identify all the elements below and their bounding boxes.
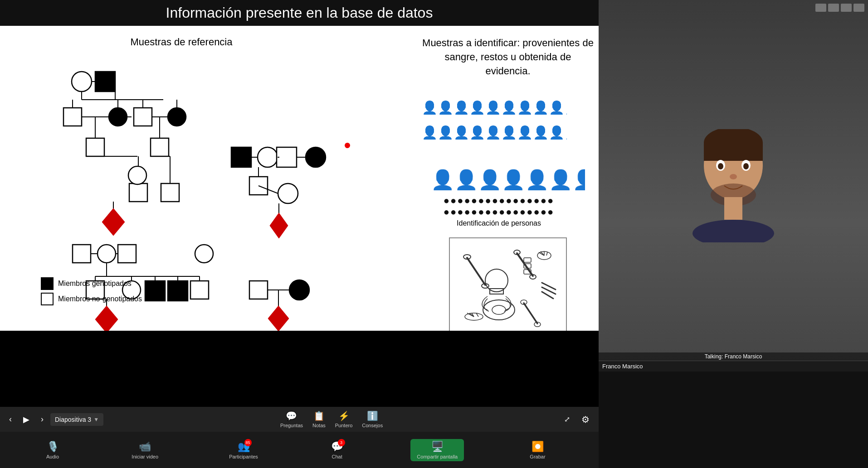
svg-rect-6: [63, 108, 82, 126]
zoom-button[interactable]: ⤢: [560, 412, 575, 426]
people-row-1: ●●●●●●●●●●●●●●●●: [424, 195, 574, 206]
toolbar-puntero[interactable]: ⚡ Puntero: [332, 409, 356, 430]
right-section-title: Muestras a identificar: provenientes de …: [422, 36, 594, 78]
legend-box-filled: [41, 277, 54, 290]
svg-point-108: [730, 174, 737, 179]
svg-line-77: [517, 253, 533, 276]
participants-badge: 85: [244, 439, 252, 446]
chat-badge: 3: [338, 439, 345, 446]
svg-point-40: [278, 183, 298, 203]
legend-label-no-genotipados: Miembros no-genotipados: [58, 295, 142, 303]
audio-control[interactable]: 🎙️ Audio: [39, 439, 66, 461]
share-icon: 🖥️: [431, 441, 444, 453]
svg-line-98: [524, 303, 537, 323]
legend-box-empty: [41, 293, 54, 305]
svg-point-65: [289, 280, 309, 300]
svg-rect-103: [704, 143, 763, 161]
prev-slide-button[interactable]: ‹: [5, 412, 16, 427]
right-section: Muestras a identificar: provenientes de …: [422, 36, 594, 331]
svg-rect-33: [277, 147, 297, 167]
svg-line-74: [467, 258, 485, 285]
svg-point-83: [483, 300, 515, 320]
record-icon: ⏺️: [532, 441, 544, 453]
legend-item-genotipados: Miembros genotipados: [41, 277, 222, 290]
video-controls: [815, 4, 864, 12]
svg-rect-110: [724, 197, 742, 220]
video-name-bar: Franco Marsico: [599, 361, 868, 372]
legend-area: Miembros genotipados Miembros no-genotip…: [41, 277, 222, 308]
svg-rect-1: [95, 72, 115, 92]
svg-marker-42: [270, 213, 288, 238]
record-control[interactable]: ⏺️ Grabar: [524, 439, 551, 461]
toolbar-preguntas[interactable]: 💬 Preguntas: [277, 409, 307, 430]
svg-marker-68: [268, 306, 289, 331]
left-section-title: Muestras de referencia: [27, 36, 336, 48]
puntero-icon: ⚡: [338, 410, 350, 421]
svg-text:👤👤👤👤👤👤👤👤👤👤👤👤👤👤: 👤👤👤👤👤👤👤👤👤👤👤👤👤👤: [422, 125, 567, 140]
next-slide-button[interactable]: ›: [36, 412, 48, 427]
svg-text:👤👤👤👤👤👤👤👤👤👤👤👤👤👤: 👤👤👤👤👤👤👤👤👤👤👤👤👤👤: [422, 100, 567, 115]
svg-point-7: [109, 108, 127, 126]
talking-label: Talking: Franco Marsico: [599, 352, 868, 361]
svg-rect-26: [161, 183, 179, 202]
slide-dropdown-arrow: ▼: [93, 416, 99, 423]
svg-point-47: [195, 245, 213, 263]
slide-indicator[interactable]: Diapositiva 3 ▼: [50, 413, 103, 426]
video-control[interactable]: 📹 Iniciar video: [126, 439, 164, 461]
people-icons-svg: 👤👤👤👤👤👤👤👤👤👤👤👤👤👤 👤👤👤👤👤👤👤👤👤👤👤👤👤👤: [422, 87, 567, 159]
people-grid: 👤👤👤👤👤👤👤: [431, 161, 585, 191]
gear-button[interactable]: ⚙: [577, 411, 594, 428]
svg-rect-46: [118, 245, 136, 263]
svg-rect-44: [73, 245, 91, 263]
share-control[interactable]: 🖥️ Compartir pantalla: [410, 439, 464, 461]
preguntas-label: Preguntas: [280, 423, 303, 428]
svg-point-34: [306, 147, 326, 167]
consejos-icon: ℹ️: [367, 410, 378, 421]
slide-container: Información presente en la base de datos…: [0, 0, 599, 331]
id-personas-label: Identificación de personas: [424, 219, 574, 227]
red-dot-pointer: [345, 143, 350, 148]
svg-rect-17: [86, 138, 104, 156]
slide-toolbar: ‹ ▶ › Diapositiva 3 ▼ 💬 Preguntas 📋 Nota…: [0, 407, 599, 432]
svg-text:👤👤👤👤👤👤👤: 👤👤👤👤👤👤👤: [431, 169, 585, 191]
svg-line-97: [546, 252, 547, 256]
chat-control[interactable]: 💬 3 Chat: [323, 439, 351, 461]
video-icon: 📹: [139, 441, 151, 453]
svg-point-23: [128, 166, 146, 184]
video-expand-btn[interactable]: [853, 4, 864, 12]
svg-point-106: [718, 163, 723, 169]
svg-point-107: [743, 163, 749, 169]
left-section: Muestras de referencia: [27, 36, 336, 53]
svg-rect-8: [134, 108, 152, 126]
share-label: Compartir pantalla: [417, 454, 458, 459]
slide-number-text: Diapositiva 3: [55, 416, 91, 423]
participants-control[interactable]: 👥 85 Participantes: [224, 439, 263, 461]
svg-point-9: [168, 108, 186, 126]
video-label: Iniciar video: [132, 454, 158, 459]
svg-point-45: [98, 245, 116, 263]
chat-label: Chat: [332, 454, 342, 459]
people-row-2: ●●●●●●●●●●●●●●●●: [424, 207, 574, 217]
preguntas-icon: 💬: [286, 410, 297, 421]
speaker-name: Franco Marsico: [602, 363, 643, 370]
toolbar-consejos[interactable]: ℹ️ Consejos: [358, 409, 386, 430]
notas-label: Notas: [312, 423, 326, 428]
video-grid-btn[interactable]: [841, 4, 852, 12]
right-panel: Franco Marsico Talking: Franco Marsico: [599, 0, 868, 468]
consejos-label: Consejos: [362, 423, 383, 428]
audio-label: Audio: [46, 454, 59, 459]
toolbar-notas[interactable]: 📋 Notas: [309, 409, 329, 430]
record-label: Grabar: [530, 454, 545, 459]
svg-marker-29: [102, 208, 125, 236]
legend-item-no-genotipados: Miembros no-genotipados: [41, 293, 222, 305]
person-face-svg: [688, 129, 779, 242]
slide-title-text: Información presente en la base de datos: [166, 5, 433, 21]
svg-point-84: [492, 305, 506, 314]
audio-icon: 🎙️: [47, 441, 59, 452]
person-row-1: 👤👤👤👤👤👤👤: [431, 161, 585, 191]
puntero-label: Puntero: [335, 423, 353, 428]
play-button[interactable]: ▶: [19, 412, 34, 427]
video-tile-btn[interactable]: [828, 4, 839, 12]
video-minimize-btn[interactable]: [815, 4, 826, 12]
svg-rect-64: [249, 281, 268, 299]
